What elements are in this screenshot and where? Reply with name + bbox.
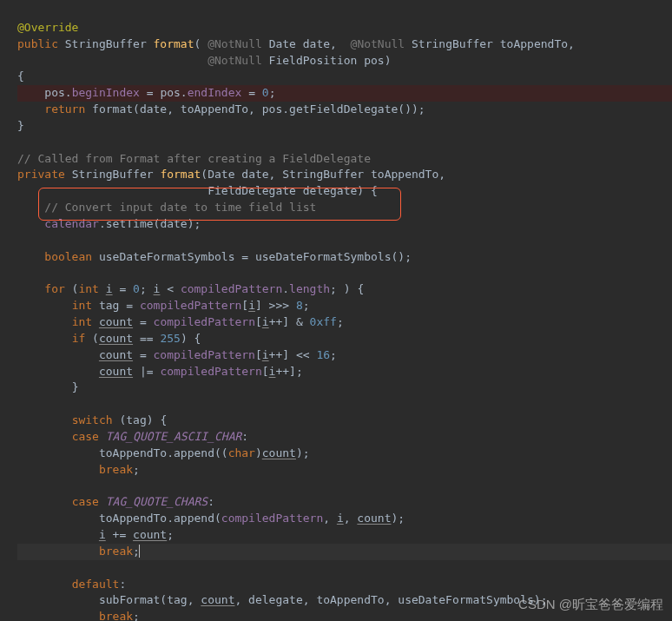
highlighted-line: pos.beginIndex = pos.endIndex = 0; (17, 85, 672, 102)
comment-boxed: // Convert input date to time field list (44, 201, 316, 214)
comment: // Called from Format after creating a F… (17, 152, 371, 165)
code-content: @Override public StringBuffer format( @N… (17, 20, 672, 621)
annotation: @Override (17, 21, 78, 34)
code-block: @Override public StringBuffer format( @N… (0, 0, 672, 621)
caret-line: break; (17, 544, 672, 560)
text-caret (139, 545, 140, 558)
